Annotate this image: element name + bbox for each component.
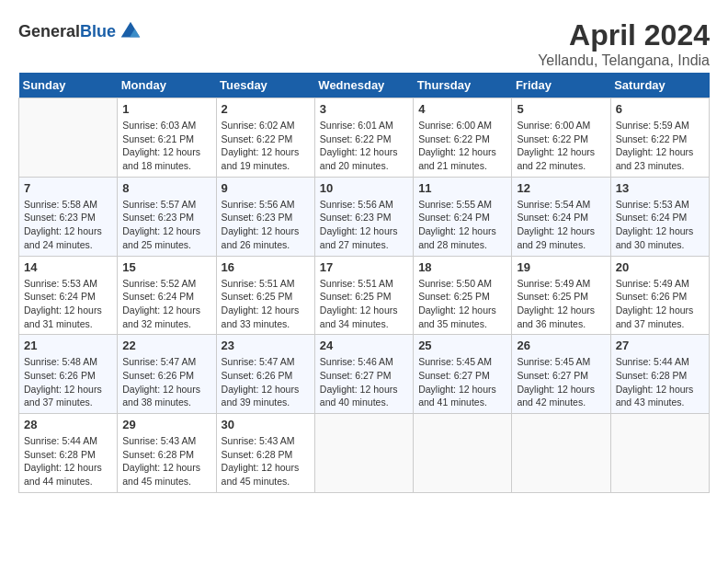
day-info: Sunrise: 5:54 AMSunset: 6:24 PMDaylight:… bbox=[517, 198, 605, 252]
logo-blue: Blue bbox=[80, 22, 116, 40]
day-cell-4: 4Sunrise: 6:00 AMSunset: 6:22 PMDaylight… bbox=[414, 98, 512, 178]
calendar-week-3: 14Sunrise: 5:53 AMSunset: 6:24 PMDayligh… bbox=[19, 256, 710, 335]
day-cell-15: 15Sunrise: 5:52 AMSunset: 6:24 PMDayligh… bbox=[118, 256, 216, 335]
day-cell-23: 23Sunrise: 5:47 AMSunset: 6:26 PMDayligh… bbox=[216, 335, 314, 414]
day-cell-6: 6Sunrise: 5:59 AMSunset: 6:22 PMDaylight… bbox=[610, 98, 709, 178]
header-tuesday: Tuesday bbox=[216, 73, 314, 98]
header-saturday: Saturday bbox=[610, 73, 709, 98]
page-header: GeneralBlue April 2024 Yellandu, Telanga… bbox=[18, 18, 710, 69]
day-info: Sunrise: 5:45 AMSunset: 6:27 PMDaylight:… bbox=[517, 355, 605, 409]
empty-cell bbox=[19, 98, 118, 178]
day-number: 12 bbox=[517, 181, 605, 195]
day-number: 7 bbox=[24, 181, 112, 195]
day-cell-1: 1Sunrise: 6:03 AMSunset: 6:21 PMDaylight… bbox=[118, 98, 216, 178]
day-info: Sunrise: 6:01 AMSunset: 6:22 PMDaylight:… bbox=[320, 119, 408, 173]
day-number: 29 bbox=[122, 418, 210, 431]
day-number: 6 bbox=[616, 102, 704, 116]
empty-cell bbox=[414, 414, 512, 493]
calendar-week-5: 28Sunrise: 5:44 AMSunset: 6:28 PMDayligh… bbox=[19, 414, 710, 493]
logo-text: GeneralBlue bbox=[18, 22, 116, 41]
day-cell-7: 7Sunrise: 5:58 AMSunset: 6:23 PMDaylight… bbox=[19, 177, 118, 256]
header-monday: Monday bbox=[118, 73, 216, 98]
calendar-week-1: 1Sunrise: 6:03 AMSunset: 6:21 PMDaylight… bbox=[19, 98, 710, 178]
day-cell-12: 12Sunrise: 5:54 AMSunset: 6:24 PMDayligh… bbox=[512, 177, 610, 256]
day-info: Sunrise: 6:02 AMSunset: 6:22 PMDaylight:… bbox=[222, 119, 310, 173]
day-cell-17: 17Sunrise: 5:51 AMSunset: 6:25 PMDayligh… bbox=[314, 256, 413, 335]
day-cell-9: 9Sunrise: 5:56 AMSunset: 6:23 PMDaylight… bbox=[216, 177, 314, 256]
header-thursday: Thursday bbox=[414, 73, 512, 98]
day-number: 15 bbox=[122, 260, 210, 274]
day-info: Sunrise: 5:52 AMSunset: 6:24 PMDaylight:… bbox=[122, 277, 210, 331]
day-cell-3: 3Sunrise: 6:01 AMSunset: 6:22 PMDaylight… bbox=[314, 98, 413, 178]
day-info: Sunrise: 5:59 AMSunset: 6:22 PMDaylight:… bbox=[616, 119, 704, 173]
day-number: 27 bbox=[616, 339, 704, 352]
day-info: Sunrise: 5:49 AMSunset: 6:26 PMDaylight:… bbox=[616, 277, 704, 331]
day-info: Sunrise: 5:44 AMSunset: 6:28 PMDaylight:… bbox=[24, 434, 112, 488]
day-number: 16 bbox=[222, 260, 310, 274]
day-cell-30: 30Sunrise: 5:43 AMSunset: 6:28 PMDayligh… bbox=[216, 414, 314, 493]
day-number: 26 bbox=[517, 339, 605, 352]
logo-general: General bbox=[18, 22, 80, 40]
day-cell-28: 28Sunrise: 5:44 AMSunset: 6:28 PMDayligh… bbox=[19, 414, 118, 493]
day-info: Sunrise: 5:55 AMSunset: 6:24 PMDaylight:… bbox=[418, 198, 506, 252]
day-info: Sunrise: 5:51 AMSunset: 6:25 PMDaylight:… bbox=[320, 277, 408, 331]
logo-icon bbox=[118, 18, 143, 44]
day-number: 19 bbox=[517, 260, 605, 274]
calendar-header-row: SundayMondayTuesdayWednesdayThursdayFrid… bbox=[19, 73, 710, 98]
day-cell-10: 10Sunrise: 5:56 AMSunset: 6:23 PMDayligh… bbox=[314, 177, 413, 256]
day-number: 10 bbox=[320, 181, 408, 195]
day-number: 11 bbox=[418, 181, 506, 195]
day-cell-19: 19Sunrise: 5:49 AMSunset: 6:25 PMDayligh… bbox=[512, 256, 610, 335]
day-cell-26: 26Sunrise: 5:45 AMSunset: 6:27 PMDayligh… bbox=[512, 335, 610, 414]
day-number: 4 bbox=[418, 102, 506, 116]
day-cell-27: 27Sunrise: 5:44 AMSunset: 6:28 PMDayligh… bbox=[610, 335, 709, 414]
logo: GeneralBlue bbox=[18, 18, 143, 44]
day-cell-8: 8Sunrise: 5:57 AMSunset: 6:23 PMDaylight… bbox=[118, 177, 216, 256]
day-number: 8 bbox=[122, 181, 210, 195]
day-cell-13: 13Sunrise: 5:53 AMSunset: 6:24 PMDayligh… bbox=[610, 177, 709, 256]
day-cell-16: 16Sunrise: 5:51 AMSunset: 6:25 PMDayligh… bbox=[216, 256, 314, 335]
day-info: Sunrise: 5:56 AMSunset: 6:23 PMDaylight:… bbox=[320, 198, 408, 252]
calendar-table: SundayMondayTuesdayWednesdayThursdayFrid… bbox=[18, 73, 710, 493]
day-info: Sunrise: 5:49 AMSunset: 6:25 PMDaylight:… bbox=[517, 277, 605, 331]
header-sunday: Sunday bbox=[19, 73, 118, 98]
header-friday: Friday bbox=[512, 73, 610, 98]
day-cell-20: 20Sunrise: 5:49 AMSunset: 6:26 PMDayligh… bbox=[610, 256, 709, 335]
day-info: Sunrise: 6:00 AMSunset: 6:22 PMDaylight:… bbox=[418, 119, 506, 173]
title-section: April 2024 Yellandu, Telangana, India bbox=[538, 18, 710, 69]
day-number: 25 bbox=[418, 339, 506, 352]
day-cell-22: 22Sunrise: 5:47 AMSunset: 6:26 PMDayligh… bbox=[118, 335, 216, 414]
day-info: Sunrise: 5:46 AMSunset: 6:27 PMDaylight:… bbox=[320, 355, 408, 409]
day-info: Sunrise: 5:44 AMSunset: 6:28 PMDaylight:… bbox=[616, 355, 704, 409]
day-number: 3 bbox=[320, 102, 408, 116]
day-number: 5 bbox=[517, 102, 605, 116]
day-info: Sunrise: 6:00 AMSunset: 6:22 PMDaylight:… bbox=[517, 119, 605, 173]
day-cell-14: 14Sunrise: 5:53 AMSunset: 6:24 PMDayligh… bbox=[19, 256, 118, 335]
day-info: Sunrise: 5:48 AMSunset: 6:26 PMDaylight:… bbox=[24, 355, 112, 409]
calendar-week-4: 21Sunrise: 5:48 AMSunset: 6:26 PMDayligh… bbox=[19, 335, 710, 414]
day-info: Sunrise: 5:53 AMSunset: 6:24 PMDaylight:… bbox=[616, 198, 704, 252]
day-number: 24 bbox=[320, 339, 408, 352]
day-number: 1 bbox=[122, 102, 210, 116]
calendar-week-2: 7Sunrise: 5:58 AMSunset: 6:23 PMDaylight… bbox=[19, 177, 710, 256]
empty-cell bbox=[512, 414, 610, 493]
day-cell-5: 5Sunrise: 6:00 AMSunset: 6:22 PMDaylight… bbox=[512, 98, 610, 178]
day-number: 30 bbox=[222, 418, 310, 431]
day-number: 9 bbox=[222, 181, 310, 195]
empty-cell bbox=[314, 414, 413, 493]
day-info: Sunrise: 5:47 AMSunset: 6:26 PMDaylight:… bbox=[222, 355, 310, 409]
day-number: 22 bbox=[122, 339, 210, 352]
day-info: Sunrise: 5:57 AMSunset: 6:23 PMDaylight:… bbox=[122, 198, 210, 252]
day-info: Sunrise: 5:53 AMSunset: 6:24 PMDaylight:… bbox=[24, 277, 112, 331]
day-number: 28 bbox=[24, 418, 112, 431]
day-number: 17 bbox=[320, 260, 408, 274]
day-number: 13 bbox=[616, 181, 704, 195]
day-cell-2: 2Sunrise: 6:02 AMSunset: 6:22 PMDaylight… bbox=[216, 98, 314, 178]
day-cell-18: 18Sunrise: 5:50 AMSunset: 6:25 PMDayligh… bbox=[414, 256, 512, 335]
day-cell-24: 24Sunrise: 5:46 AMSunset: 6:27 PMDayligh… bbox=[314, 335, 413, 414]
day-number: 20 bbox=[616, 260, 704, 274]
day-cell-11: 11Sunrise: 5:55 AMSunset: 6:24 PMDayligh… bbox=[414, 177, 512, 256]
day-info: Sunrise: 5:58 AMSunset: 6:23 PMDaylight:… bbox=[24, 198, 112, 252]
day-info: Sunrise: 5:47 AMSunset: 6:26 PMDaylight:… bbox=[122, 355, 210, 409]
empty-cell bbox=[610, 414, 709, 493]
